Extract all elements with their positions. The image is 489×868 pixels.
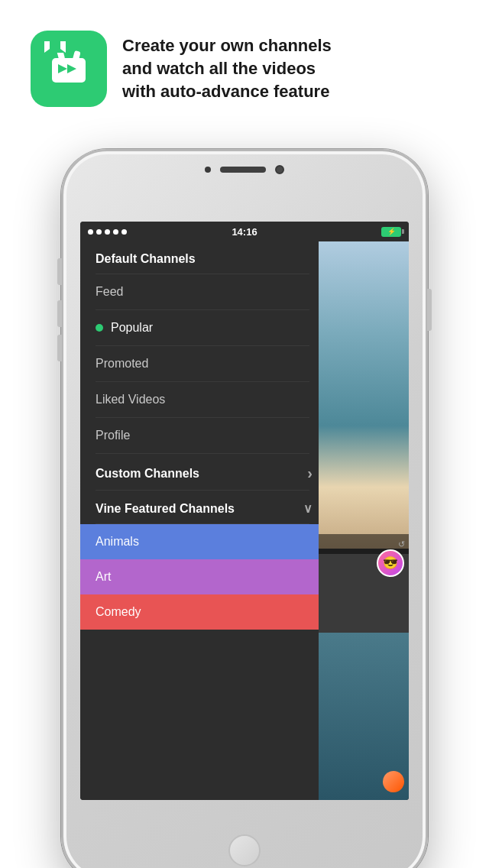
section-default-channels: Default Channels [80,241,325,274]
marketing-header: Create your own channels and watch all t… [0,0,489,122]
marketing-text: Create your own channels and watch all t… [122,34,332,102]
channel-item-art[interactable]: Art [80,559,325,594]
phone-screen: 14:16 ⚡ Default Channels [80,222,409,800]
video-thumbnail [319,241,409,549]
menu-panel: Default Channels Feed Popular Promoted [80,241,325,800]
channel-item-comedy[interactable]: Comedy [80,594,325,630]
menu-item-profile[interactable]: Profile [80,418,325,453]
battery-lightning: ⚡ [387,228,396,235]
active-indicator-dot [96,324,103,332]
menu-item-promoted[interactable]: Promoted [80,346,325,381]
channel-item-animals[interactable]: Animals [80,524,325,559]
video-bottom-section [319,633,409,800]
signal-dots [88,229,127,235]
phone-frame: 14:16 ⚡ Default Channels [61,149,428,868]
menu-item-liked-videos[interactable]: Liked Videos [80,382,325,417]
app-icon [31,31,107,107]
video-preview-panel: ↺ 😎 [319,241,409,800]
small-avatar [383,771,404,792]
camera [275,165,284,174]
vine-featured-arrow: ∨ [303,501,313,516]
status-bar: 14:16 ⚡ [80,222,409,241]
avatar-emoji: 😎 [383,555,398,570]
speaker [220,167,266,173]
home-button[interactable] [228,834,261,866]
retweet-icon: ↺ [398,539,405,549]
user-avatar: 😎 [377,549,404,577]
menu-item-feed[interactable]: Feed [80,274,325,309]
status-right: ⚡ [381,227,401,237]
custom-channels-arrow: › [307,465,313,482]
status-time: 14:16 [232,226,257,238]
battery-icon: ⚡ [381,227,401,237]
section-vine-featured[interactable]: Vine Featured Channels ∨ [80,491,325,523]
front-camera [205,167,211,173]
menu-item-popular[interactable]: Popular [80,310,325,345]
section-custom-channels[interactable]: Custom Channels › [80,454,325,490]
